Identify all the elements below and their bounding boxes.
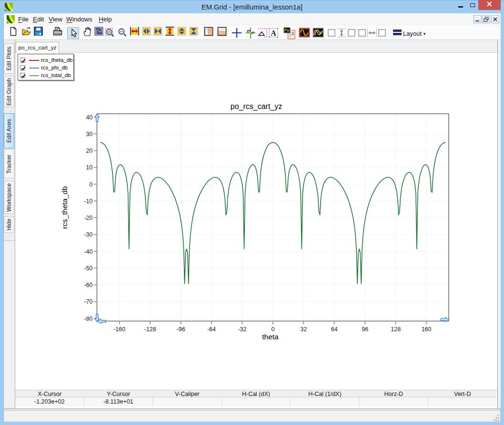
svg-text:-40: -40 bbox=[84, 248, 92, 255]
svg-text:-10: -10 bbox=[84, 198, 92, 205]
svg-text:128: 128 bbox=[391, 326, 401, 333]
svg-text:20: 20 bbox=[86, 148, 93, 154]
svg-text:A: A bbox=[271, 29, 276, 37]
svg-text:0: 0 bbox=[271, 326, 274, 333]
svg-text:rcs_theta_db: rcs_theta_db bbox=[60, 186, 69, 229]
svg-text:40: 40 bbox=[86, 114, 93, 121]
svg-text:-30: -30 bbox=[84, 231, 92, 238]
svg-text:64: 64 bbox=[331, 326, 338, 333]
svg-text:-50: -50 bbox=[84, 265, 92, 272]
svg-text:po_rcs_cart_yz: po_rcs_cart_yz bbox=[231, 102, 282, 111]
svg-text:0: 0 bbox=[90, 181, 93, 188]
svg-text:10: 10 bbox=[86, 164, 93, 171]
svg-text:theta: theta bbox=[262, 333, 279, 341]
svg-text:-64: -64 bbox=[207, 326, 216, 333]
svg-text:-70: -70 bbox=[84, 298, 92, 305]
svg-text:160: 160 bbox=[422, 326, 432, 333]
svg-text:96: 96 bbox=[362, 326, 368, 333]
svg-text:32: 32 bbox=[300, 326, 307, 333]
svg-text:-160: -160 bbox=[113, 326, 125, 333]
svg-text:-96: -96 bbox=[177, 326, 185, 333]
svg-text:-32: -32 bbox=[238, 326, 246, 333]
svg-text:30: 30 bbox=[86, 131, 93, 138]
svg-text:-128: -128 bbox=[144, 326, 156, 333]
svg-text:-60: -60 bbox=[84, 282, 92, 288]
svg-text:-80: -80 bbox=[84, 316, 92, 322]
svg-text:-20: -20 bbox=[84, 215, 92, 221]
